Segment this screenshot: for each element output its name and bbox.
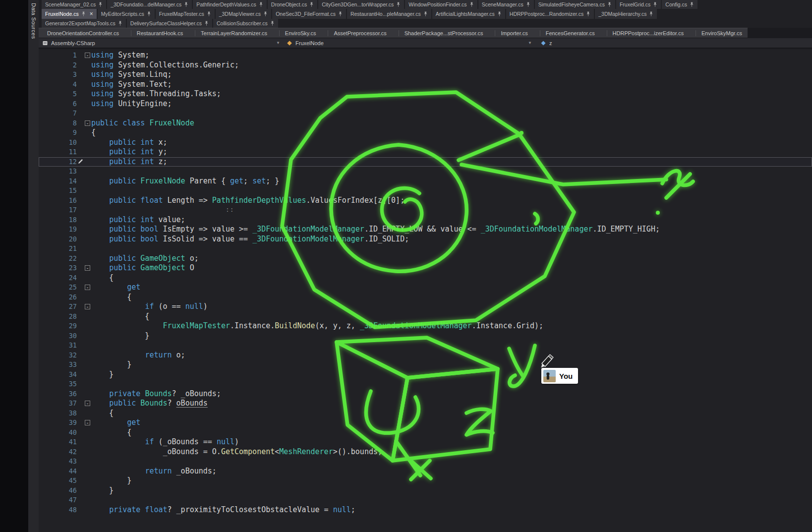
doc-tab-importer-cs[interactable]: Importer.cs bbox=[495, 30, 533, 36]
tab-label: _3DMapHierarchy.cs bbox=[598, 11, 646, 17]
line-number: 38 bbox=[39, 409, 77, 418]
tab-droneobject-cs[interactable]: DroneObject.cs bbox=[268, 0, 317, 9]
fold-gutter bbox=[84, 186, 91, 196]
line-number: 10 bbox=[39, 138, 77, 148]
chevron-down-icon[interactable]: ▼ bbox=[276, 41, 283, 45]
tab-fruxelmaptester-cs[interactable]: FruxelMapTester.cs bbox=[156, 9, 215, 19]
modified-marker bbox=[77, 147, 84, 157]
type-dropdown[interactable]: FruxelNode ▼ bbox=[283, 40, 534, 46]
tab-scenemanager-02-cs[interactable]: SceneManager_02.cs bbox=[42, 0, 106, 9]
code-text: } bbox=[91, 360, 131, 370]
line-number: 41 bbox=[39, 437, 77, 447]
line-number: 14 bbox=[39, 177, 77, 186]
fold-gutter bbox=[84, 457, 91, 467]
fold-gutter[interactable]: - bbox=[84, 418, 91, 428]
member-name: z bbox=[549, 40, 552, 46]
doc-tab-shaderpackage-stprocessor-cs[interactable]: ShaderPackage...stProcessor.cs bbox=[399, 30, 489, 36]
code-text: { bbox=[91, 293, 131, 302]
fold-gutter bbox=[84, 167, 91, 177]
tab-fruxelnode-cs[interactable]: FruxelNode.cs× bbox=[42, 9, 97, 19]
tab-3dfoundatio-delmanager-cs[interactable]: _3DFoundatio...delManager.cs bbox=[107, 0, 192, 9]
member-dropdown[interactable]: z bbox=[534, 40, 552, 46]
modified-marker bbox=[77, 351, 84, 360]
project-name: Assembly-CSharp bbox=[51, 40, 95, 46]
tab-deliverysurfaceclasshelper-cs[interactable]: DeliverySurfaceClassHelper.cs bbox=[127, 19, 212, 28]
tab-myeditorscripts-cs[interactable]: MyEditorScripts.cs bbox=[98, 9, 155, 19]
fold-gutter[interactable]: - bbox=[84, 118, 91, 128]
modified-marker bbox=[77, 428, 84, 438]
modified-marker bbox=[77, 99, 84, 109]
line-number: 31 bbox=[39, 341, 77, 351]
code-text: private float? _proximityToClosestObstac… bbox=[91, 505, 355, 515]
tab-label: DroneObject.cs bbox=[271, 1, 307, 7]
close-icon[interactable]: × bbox=[90, 11, 93, 17]
code-text: FruxelMapTester.Instance.BuildNode(x, y,… bbox=[91, 321, 543, 331]
vs-window: Data Sources SceneManager_02.cs_3DFounda… bbox=[0, 0, 812, 532]
tab-label: OneSec3D_FileFormat.cs bbox=[276, 11, 336, 17]
fold-gutter[interactable]: - bbox=[84, 302, 91, 312]
line-number: 37 bbox=[39, 399, 77, 409]
fold-gutter[interactable]: - bbox=[84, 399, 91, 409]
tab-config-cs[interactable]: Config.cs bbox=[662, 0, 697, 9]
fold-gutter bbox=[84, 80, 91, 90]
code-line-25: 25- get bbox=[39, 283, 812, 293]
pin-icon bbox=[207, 11, 211, 17]
chevron-down-icon[interactable]: ▼ bbox=[528, 41, 534, 45]
doc-tab-fencesgenerator-cs[interactable]: FencesGenerator.cs bbox=[540, 30, 600, 36]
code-text: } bbox=[91, 486, 114, 496]
doc-tab-hdrppostproc-izereditor-cs[interactable]: HDRPPostproc...izerEditor.cs bbox=[607, 30, 690, 36]
fold-gutter bbox=[84, 409, 91, 418]
data-sources-tab[interactable]: Data Sources bbox=[31, 3, 37, 39]
code-text: using UnityEngine; bbox=[91, 99, 172, 109]
window-left-margin bbox=[0, 0, 28, 532]
fold-collapse-icon: - bbox=[85, 401, 90, 406]
doc-tab-enviroskymgr-cs[interactable]: EnviroSkyMgr.cs bbox=[696, 30, 748, 36]
tab-artificiallightsmanager-cs[interactable]: ArtificialLightsManager.cs bbox=[432, 9, 505, 19]
modified-marker bbox=[77, 437, 84, 447]
tab-windowpositionfinder-cs[interactable]: WindowPositionFinder.cs bbox=[405, 0, 477, 9]
fold-gutter[interactable]: - bbox=[84, 51, 91, 60]
tab-onesec3d-fileformat-cs[interactable]: OneSec3D_FileFormat.cs bbox=[272, 9, 346, 19]
code-editor[interactable]: 1-using System;2using System.Collections… bbox=[39, 49, 812, 532]
line-number: 33 bbox=[39, 360, 77, 370]
code-line-8: 8-public class FruxelNode bbox=[39, 118, 812, 128]
tab-3dmapviewer-cs[interactable]: _3DMapViewer.cs bbox=[216, 9, 271, 19]
modified-marker bbox=[77, 302, 84, 312]
doc-tab-terrainlayerrandomizer-cs[interactable]: TerrainLayerRandomizer.cs bbox=[195, 30, 273, 36]
fold-gutter bbox=[84, 70, 91, 80]
line-number: 7 bbox=[39, 109, 77, 118]
modified-marker bbox=[77, 467, 84, 476]
project-dropdown[interactable]: Assembly-CSharp ▼ bbox=[39, 40, 283, 46]
fold-gutter[interactable]: - bbox=[84, 263, 91, 273]
field-icon bbox=[540, 40, 546, 46]
doc-tab-restauranthook-cs[interactable]: RestaurantHook.cs bbox=[131, 30, 189, 36]
fold-gutter bbox=[84, 379, 91, 389]
code-text: } bbox=[91, 331, 149, 341]
doc-tab-envirosky-cs[interactable]: EnviroSky.cs bbox=[279, 30, 322, 36]
fold-gutter[interactable]: - bbox=[84, 283, 91, 293]
line-number: 29 bbox=[39, 321, 77, 331]
tab-fruxelgrid-cs[interactable]: FruxelGrid.cs bbox=[616, 0, 661, 9]
tab-restaurantho-plemanager-cs[interactable]: RestaurantHo...pleManager.cs bbox=[347, 9, 431, 19]
tab-pathfinderdepthvalues-cs[interactable]: PathfinderDepthValues.cs bbox=[193, 0, 267, 9]
fold-gutter bbox=[84, 447, 91, 457]
code-text: public int x; bbox=[91, 138, 168, 148]
doc-tab-assetpreprocessor-cs[interactable]: AssetPreprocessor.cs bbox=[328, 30, 392, 36]
code-text: { bbox=[91, 273, 114, 283]
tab-hdrppostproc-randomizer-cs[interactable]: HDRPPostproc...Randomizer.cs bbox=[506, 9, 594, 19]
tab-scenemanager-cs[interactable]: SceneManager.cs bbox=[478, 0, 534, 9]
tab-simulatedfisheyecamera-cs[interactable]: SimulatedFisheyeCamera.cs bbox=[535, 0, 615, 9]
modified-marker bbox=[77, 495, 84, 505]
pin-icon bbox=[469, 2, 474, 7]
line-number: 36 bbox=[39, 389, 77, 399]
tab-3dmaphierarchy-cs[interactable]: _3DMapHierarchy.cs bbox=[595, 9, 657, 19]
tab-citygen3dgen-torwrapper-cs[interactable]: CityGen3DGen...torWrapper.cs bbox=[318, 0, 404, 9]
pin-icon bbox=[263, 11, 268, 17]
tab-generator2exportmaptools-cs[interactable]: Generator2ExportMapTools.cs bbox=[42, 19, 126, 28]
code-text: using System.Threading.Tasks; bbox=[91, 89, 221, 99]
tab-label: _3DMapViewer.cs bbox=[219, 11, 261, 17]
doc-tab-droneorientationcontroller-cs[interactable]: DroneOrientationController.cs bbox=[42, 30, 124, 36]
tab-collisionsubscriber-cs[interactable]: CollisionSubscriber.cs bbox=[213, 19, 278, 28]
code-line-46: 46 } bbox=[39, 486, 812, 496]
code-line-38: 38 { bbox=[39, 409, 812, 418]
